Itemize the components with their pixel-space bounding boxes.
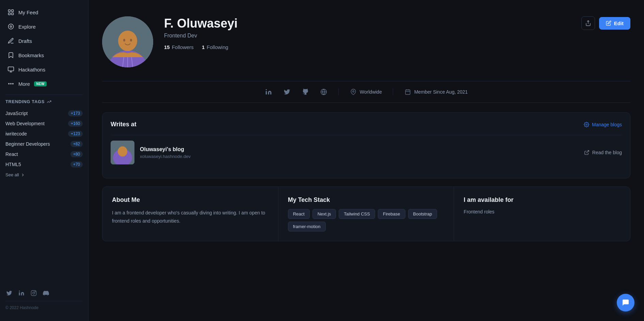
profile-header: F. Oluwaseyi Frontend Dev 15 Followers 1… [102, 14, 630, 70]
svg-point-22 [123, 39, 125, 42]
tech-tag-react[interactable]: React [288, 209, 310, 219]
svg-rect-11 [31, 291, 36, 296]
chat-button[interactable] [617, 294, 634, 311]
tech-tags: React Next.js Tailwind CSS Firebase Boot… [288, 209, 445, 231]
followers-count: 15 [164, 44, 170, 50]
read-blog-button[interactable]: Read the blog [584, 150, 622, 155]
chat-icon [622, 299, 630, 307]
tech-stack-title: My Tech Stack [288, 196, 445, 204]
bottom-grid: About Me I am a frontend developer who's… [102, 187, 630, 241]
available-title: I am available for [464, 196, 621, 204]
trending-section: Trending tags JavaScript +173 Web Develo… [0, 99, 88, 177]
linkedin-bar-icon [265, 88, 272, 96]
tag-row-html5[interactable]: HTML5 +70 [5, 159, 83, 170]
tag-row-react[interactable]: React +80 [5, 149, 83, 159]
external-link-icon [584, 150, 590, 155]
svg-point-25 [265, 89, 267, 90]
blog-thumbnail [111, 141, 134, 164]
svg-point-36 [118, 146, 127, 157]
explore-icon [7, 23, 14, 30]
tech-tag-firebase[interactable]: Firebase [378, 209, 405, 219]
sidebar: My Feed Explore Drafts [0, 0, 88, 321]
instagram-icon[interactable] [30, 289, 37, 297]
edit-icon [606, 20, 611, 26]
sidebar-item-label: Bookmarks [18, 52, 44, 58]
twitter-bar-icon [283, 88, 291, 96]
tech-tag-nextjs[interactable]: Next.js [312, 209, 336, 219]
tag-row-iwritecode[interactable]: iwritecode +123 [5, 129, 83, 139]
sidebar-divider [5, 95, 83, 95]
blog-name: Oluwaseyi's blog [140, 146, 579, 153]
sidebar-item-my-feed[interactable]: My Feed [3, 5, 85, 19]
edit-label: Edit [614, 20, 624, 26]
main-content: F. Oluwaseyi Frontend Dev 15 Followers 1… [88, 0, 644, 321]
separator2 [393, 89, 393, 95]
location-text: Worldwide [360, 89, 382, 95]
blog-item: Oluwaseyi's blog xoluwaseyi.hashnode.dev… [111, 135, 622, 170]
tech-tag-bootstrap[interactable]: Bootstrap [408, 209, 437, 219]
svg-point-28 [353, 91, 354, 92]
svg-point-5 [10, 26, 12, 28]
tag-row-javascript[interactable]: JavaScript +173 [5, 108, 83, 118]
read-blog-label: Read the blog [592, 150, 622, 155]
member-since-item: Member Since Aug, 2021 [404, 88, 468, 96]
discord-icon[interactable] [42, 289, 50, 297]
linkedin-icon[interactable] [18, 289, 25, 297]
sidebar-item-label: Explore [18, 24, 36, 30]
sidebar-item-drafts[interactable]: Drafts [3, 34, 85, 48]
sidebar-item-bookmarks[interactable]: Bookmarks [3, 48, 85, 62]
following-label: Following [207, 44, 228, 50]
globe-icon [320, 88, 327, 96]
svg-point-23 [130, 39, 132, 42]
followers-stat[interactable]: 15 Followers [164, 44, 194, 50]
svg-point-7 [9, 83, 10, 84]
about-me-text: I am a frontend developer who's casually… [112, 209, 269, 225]
sidebar-item-label: Drafts [18, 38, 32, 44]
profile-name: F. Oluwaseyi [164, 16, 570, 31]
sidebar-item-hackathons[interactable]: Hackathons [3, 63, 85, 76]
writes-at-header: Writes at Manage blogs [111, 121, 622, 128]
tech-tag-tailwind[interactable]: Tailwind CSS [339, 209, 375, 219]
calendar-icon [404, 88, 412, 96]
tag-row-beginner[interactable]: Beginner Developers +82 [5, 139, 83, 149]
profile-info: F. Oluwaseyi Frontend Dev 15 Followers 1… [164, 16, 570, 50]
svg-rect-2 [12, 10, 14, 12]
linkedin-link[interactable] [265, 88, 272, 96]
gear-icon [584, 122, 589, 127]
tech-tag-framer[interactable]: framer-motion [288, 222, 326, 231]
sidebar-item-more[interactable]: More NEW [3, 77, 85, 91]
copyright-text: © 2022 Hashnode [5, 301, 83, 310]
svg-point-8 [11, 83, 12, 84]
twitter-icon[interactable] [5, 289, 13, 297]
chevron-right-icon [20, 173, 25, 177]
avatar-wrapper [102, 16, 153, 67]
tag-row-webdev[interactable]: Web Development +160 [5, 118, 83, 129]
profile-actions: Edit [581, 16, 630, 30]
writes-at-title: Writes at [111, 121, 136, 128]
social-icons [5, 289, 83, 297]
website-link[interactable] [320, 88, 327, 96]
svg-point-9 [13, 83, 14, 84]
followers-label: Followers [172, 44, 194, 50]
sidebar-nav: My Feed Explore Drafts [0, 5, 88, 91]
following-stat[interactable]: 1 Following [202, 44, 228, 50]
svg-point-10 [19, 291, 20, 292]
edit-button[interactable]: Edit [599, 17, 630, 30]
profile-stats: 15 Followers 1 Following [164, 44, 570, 50]
writes-at-section: Writes at Manage blogs Oluwaseyi's blog [102, 112, 630, 178]
github-link[interactable] [302, 88, 309, 96]
separator [338, 89, 339, 95]
twitter-link[interactable] [283, 88, 291, 96]
following-count: 1 [202, 44, 205, 50]
svg-point-12 [33, 292, 35, 294]
social-bar: Worldwide Member Since Aug, 2021 [102, 81, 630, 103]
svg-rect-29 [405, 90, 410, 95]
more-icon [7, 80, 14, 87]
sidebar-item-explore[interactable]: Explore [3, 20, 85, 33]
see-all-tags[interactable]: See all [5, 172, 83, 177]
share-button[interactable] [581, 16, 595, 30]
share-icon [585, 20, 591, 26]
svg-rect-6 [8, 67, 14, 71]
bookmarks-icon [7, 52, 14, 59]
manage-blogs-button[interactable]: Manage blogs [584, 122, 622, 127]
